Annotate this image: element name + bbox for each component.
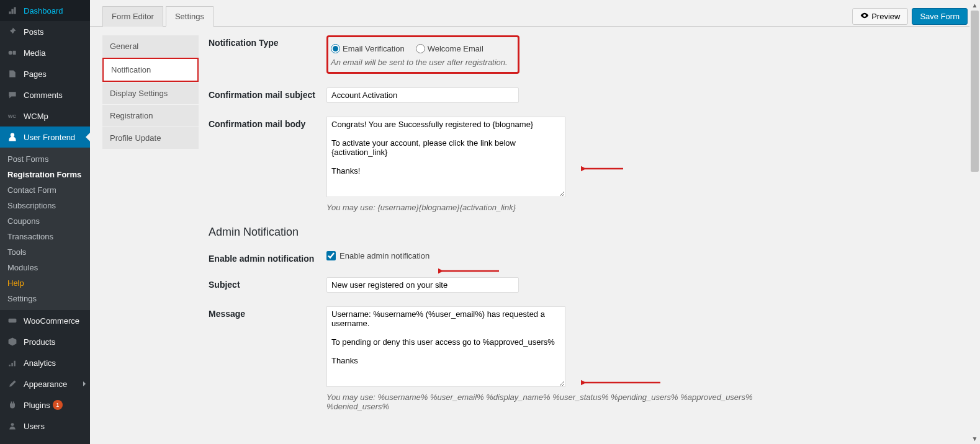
notification-radio-highlight: Email Verification Welcome Email An emai… xyxy=(326,35,519,74)
menu-wcmp[interactable]: WC WCMp xyxy=(0,105,90,127)
enable-admin-label: Enable admin notification xyxy=(209,251,326,264)
pages-icon xyxy=(6,68,19,80)
notification-type-label: Notification Type xyxy=(209,35,326,48)
user-frontend-icon xyxy=(6,131,19,143)
media-icon xyxy=(6,47,19,59)
users-icon xyxy=(6,420,19,432)
save-button[interactable]: Save Form xyxy=(912,8,968,25)
enable-admin-checkbox-wrap[interactable]: Enable admin notification xyxy=(326,251,761,260)
plugins-badge: 1 xyxy=(53,400,63,410)
svg-rect-2 xyxy=(9,319,17,322)
vertical-scrollbar[interactable]: ▲ ▼ xyxy=(969,0,980,444)
snav-notification[interactable]: Notification xyxy=(102,58,199,82)
menu-plugins[interactable]: Plugins 1 xyxy=(0,394,90,415)
radio-welcome-label: Welcome Email xyxy=(428,44,483,53)
snav-general[interactable]: General xyxy=(102,35,199,57)
products-icon xyxy=(6,335,19,348)
sub-contact-form[interactable]: Contact Form xyxy=(0,182,90,198)
svg-point-3 xyxy=(11,423,14,426)
menu-label: Posts xyxy=(24,27,44,37)
radio-hint: An email will be sent to the user after … xyxy=(331,58,508,67)
enable-admin-cb-label: Enable admin notification xyxy=(339,251,429,260)
admin-msg-hint: You may use: %username% %user_email% %di… xyxy=(326,393,761,411)
conf-body-textarea[interactable] xyxy=(326,117,565,197)
scroll-thumb[interactable] xyxy=(971,11,979,172)
snav-registration[interactable]: Registration xyxy=(102,105,199,127)
menu-label: Comments xyxy=(24,91,63,100)
svg-point-0 xyxy=(9,51,12,55)
dashboard-icon xyxy=(6,4,19,17)
snav-display[interactable]: Display Settings xyxy=(102,82,199,104)
radio-welcome-input[interactable] xyxy=(416,44,425,53)
admin-sidebar: Dashboard Posts Media Pages Comments WC … xyxy=(0,0,90,444)
menu-woocommerce[interactable]: WooCommerce xyxy=(0,310,90,331)
scroll-down-icon[interactable]: ▼ xyxy=(969,433,980,444)
menu-users[interactable]: Users xyxy=(0,415,90,437)
sub-registration-forms[interactable]: Registration Forms xyxy=(0,167,90,182)
radio-welcome-email[interactable]: Welcome Email xyxy=(416,44,483,53)
comment-icon xyxy=(6,89,19,101)
woocommerce-icon xyxy=(6,314,19,327)
menu-user-frontend[interactable]: User Frontend xyxy=(0,127,90,148)
admin-msg-label: Message xyxy=(209,306,326,319)
admin-msg-textarea[interactable] xyxy=(326,306,565,387)
tab-settings[interactable]: Settings xyxy=(166,6,214,27)
sub-help[interactable]: Help xyxy=(0,275,90,291)
wcmp-icon: WC xyxy=(6,110,19,122)
sub-post-forms[interactable]: Post Forms xyxy=(0,151,90,167)
snav-profile-update[interactable]: Profile Update xyxy=(102,127,199,149)
sub-tools[interactable]: Tools xyxy=(0,244,90,260)
menu-label: Users xyxy=(24,422,45,431)
scroll-up-icon[interactable]: ▲ xyxy=(969,0,980,11)
admin-notification-heading: Admin Notification xyxy=(209,226,949,239)
menu-dashboard[interactable]: Dashboard xyxy=(0,0,90,21)
preview-label: Preview xyxy=(871,12,900,21)
menu-label: WCMp xyxy=(24,112,48,121)
brush-icon xyxy=(6,378,19,390)
sub-transactions[interactable]: Transactions xyxy=(0,229,90,244)
plug-icon xyxy=(6,399,19,411)
menu-label: Pages xyxy=(24,69,47,79)
menu-tools[interactable]: Tools xyxy=(0,437,90,444)
radio-email-input[interactable] xyxy=(331,44,340,53)
menu-label: Plugins xyxy=(24,401,50,410)
conf-body-hint: You may use: {username}{blogname}{activa… xyxy=(326,203,761,212)
menu-appearance[interactable]: Appearance xyxy=(0,373,90,394)
menu-label: Media xyxy=(24,48,45,58)
svg-text:WC: WC xyxy=(8,113,17,119)
admin-subject-input[interactable] xyxy=(326,277,519,293)
menu-label: Appearance xyxy=(24,380,67,389)
eye-icon xyxy=(860,11,869,22)
menu-analytics[interactable]: Analytics xyxy=(0,352,90,373)
conf-subject-input[interactable] xyxy=(326,87,519,103)
sub-coupons[interactable]: Coupons xyxy=(0,213,90,229)
preview-button[interactable]: Preview xyxy=(852,8,908,25)
menu-products[interactable]: Products xyxy=(0,331,90,352)
top-toolbar: Form Editor Settings Preview Save Form xyxy=(90,0,980,27)
analytics-icon xyxy=(6,357,19,369)
chevron-right-icon xyxy=(83,381,88,386)
sub-settings[interactable]: Settings xyxy=(0,291,90,306)
wrench-icon xyxy=(6,441,19,444)
tab-form-editor[interactable]: Form Editor xyxy=(102,6,163,27)
enable-admin-checkbox[interactable] xyxy=(326,251,336,260)
settings-nav: General Notification Display Settings Re… xyxy=(102,35,199,425)
arrow-annotation-2 xyxy=(438,265,500,277)
admin-subject-label: Subject xyxy=(209,277,326,290)
sub-subscriptions[interactable]: Subscriptions xyxy=(0,198,90,213)
sub-modules[interactable]: Modules xyxy=(0,260,90,275)
conf-body-label: Confirmation mail body xyxy=(209,117,326,129)
menu-media[interactable]: Media xyxy=(0,42,90,63)
user-frontend-submenu: Post Forms Registration Forms Contact Fo… xyxy=(0,148,90,310)
menu-posts[interactable]: Posts xyxy=(0,21,90,42)
radio-email-label: Email Verification xyxy=(343,44,405,53)
menu-label: Products xyxy=(24,337,55,347)
menu-comments[interactable]: Comments xyxy=(0,84,90,105)
menu-pages[interactable]: Pages xyxy=(0,63,90,84)
menu-label: User Frontend xyxy=(24,133,75,142)
menu-label: WooCommerce xyxy=(24,316,79,326)
menu-label: Analytics xyxy=(24,358,56,368)
conf-subject-label: Confirmation mail subject xyxy=(209,87,326,100)
radio-email-verification[interactable]: Email Verification xyxy=(331,44,405,53)
pin-icon xyxy=(6,25,19,38)
